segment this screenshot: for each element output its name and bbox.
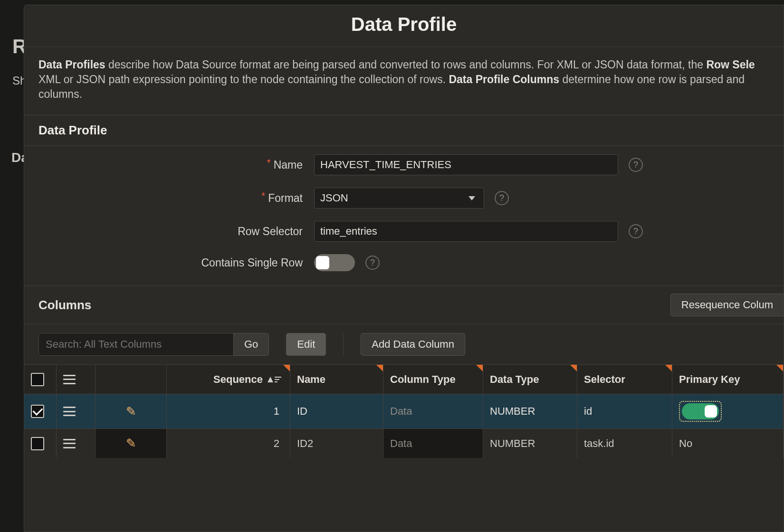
cell-primary-key: No xyxy=(672,428,784,458)
header-data-type[interactable]: Data Type xyxy=(483,364,577,394)
columns-toolbar: Go Edit Add Data Column xyxy=(24,324,784,364)
row-checkbox[interactable] xyxy=(24,428,57,458)
cell-primary-key[interactable] xyxy=(672,394,784,428)
cell-sequence: 1 xyxy=(167,394,290,428)
section-heading-profile: Data Profile xyxy=(24,115,784,146)
format-select[interactable]: JSON xyxy=(314,188,484,209)
single-row-label: Contains Single Row xyxy=(38,256,314,269)
help-icon[interactable]: ? xyxy=(629,158,643,172)
header-column-type[interactable]: Column Type xyxy=(383,364,483,394)
header-checkbox[interactable] xyxy=(24,364,57,394)
desc-text: describe how Data Source format are bein… xyxy=(105,58,707,71)
profile-form: *Name ? *Format JSON ? Row Selector ? Co… xyxy=(24,146,784,286)
cell-data-type: NUMBER xyxy=(483,394,577,428)
single-row-toggle[interactable] xyxy=(314,254,355,271)
checkbox-icon xyxy=(31,405,44,418)
desc-text: XML or JSON path expression pointing to … xyxy=(38,73,449,86)
help-icon[interactable]: ? xyxy=(629,224,643,238)
help-icon[interactable]: ? xyxy=(365,256,380,270)
primary-key-toggle[interactable] xyxy=(682,403,719,419)
row-drag-handle[interactable] xyxy=(57,394,96,428)
cell-selector: id xyxy=(577,394,672,428)
cell-selector: task.id xyxy=(577,428,672,458)
section-heading-columns: Columns xyxy=(38,298,91,313)
resequence-columns-button[interactable]: Resequence Colum xyxy=(670,294,784,316)
add-data-column-button[interactable]: Add Data Column xyxy=(361,333,465,356)
menu-icon xyxy=(63,375,76,384)
go-button[interactable]: Go xyxy=(233,333,269,356)
checkbox-icon xyxy=(31,373,44,386)
header-primary-key[interactable]: Primary Key xyxy=(672,364,784,394)
cell-name: ID2 xyxy=(290,428,383,458)
row-selector-input[interactable] xyxy=(314,221,618,242)
cell-name: ID xyxy=(290,394,383,428)
desc-bold: Row Sele xyxy=(706,58,755,71)
header-drag xyxy=(57,364,96,394)
desc-bold: Data Profiles xyxy=(38,58,105,71)
data-profile-modal: Data Profile Data Profiles describe how … xyxy=(24,5,784,532)
sort-asc-icon xyxy=(268,377,281,382)
row-checkbox[interactable] xyxy=(24,394,57,428)
cell-column-type: Data xyxy=(383,394,483,428)
edit-button[interactable]: Edit xyxy=(286,333,326,356)
row-selector-label: Row Selector xyxy=(38,225,314,238)
menu-icon xyxy=(63,407,76,416)
desc-text: determine how one row is parsed and xyxy=(559,73,745,86)
help-icon[interactable]: ? xyxy=(495,191,509,205)
name-label: *Name xyxy=(38,159,314,171)
desc-text: columns. xyxy=(38,88,82,100)
modal-title: Data Profile xyxy=(24,5,784,47)
name-input[interactable] xyxy=(314,154,618,175)
description-text: Data Profiles describe how Data Source f… xyxy=(24,47,784,115)
checkbox-icon xyxy=(31,437,44,450)
header-sequence[interactable]: Sequence xyxy=(167,364,290,394)
menu-icon xyxy=(63,439,76,448)
format-value: JSON xyxy=(320,192,348,204)
columns-grid: Sequence Name Column Type Data Type Sele… xyxy=(24,364,784,458)
pencil-icon: ✎ xyxy=(126,436,136,451)
separator xyxy=(343,333,344,356)
chevron-down-icon xyxy=(468,196,475,200)
format-label: *Format xyxy=(38,192,314,205)
header-name[interactable]: Name xyxy=(290,364,383,394)
row-drag-handle[interactable] xyxy=(57,428,96,458)
cell-sequence: 2 xyxy=(167,428,290,458)
header-edit xyxy=(96,364,167,394)
cell-column-type: Data xyxy=(383,428,483,458)
cell-data-type: NUMBER xyxy=(483,428,577,458)
search-input[interactable] xyxy=(38,333,233,356)
row-edit-button[interactable]: ✎ xyxy=(96,394,167,428)
pencil-icon: ✎ xyxy=(126,404,136,419)
row-edit-button[interactable]: ✎ xyxy=(96,428,167,458)
header-selector[interactable]: Selector xyxy=(577,364,672,394)
desc-bold: Data Profile Columns xyxy=(449,73,559,86)
